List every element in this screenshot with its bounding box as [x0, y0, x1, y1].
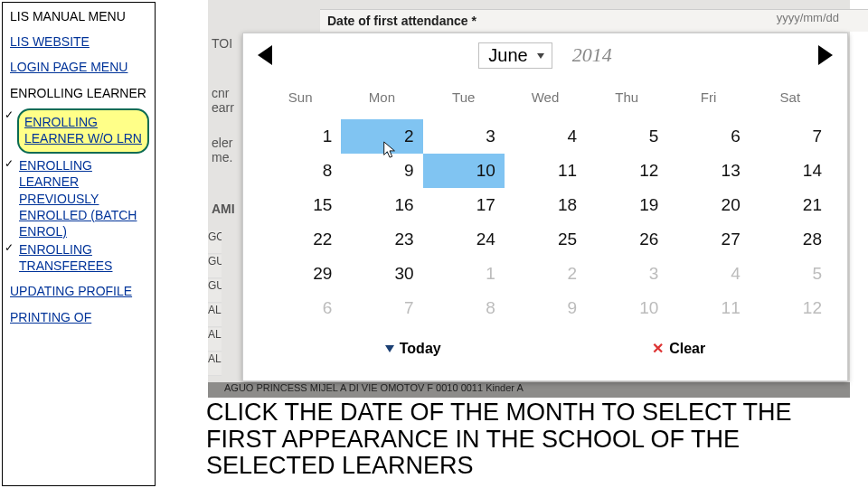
calendar-day[interactable]: 4 — [505, 119, 586, 154]
calendar-day[interactable]: 14 — [750, 154, 831, 188]
calendar-day[interactable]: 26 — [586, 222, 667, 257]
clear-x-icon: ✕ — [652, 340, 664, 357]
prev-month-arrow-icon[interactable] — [258, 45, 272, 65]
calendar-day[interactable]: 11 — [505, 154, 586, 188]
calendar-day[interactable]: 5 — [750, 257, 831, 291]
main-content: Date of first attendance * yyyy/mm/dd TO… — [163, 0, 868, 488]
calendar-footer: Today ✕ Clear — [243, 333, 847, 366]
calendar-day[interactable]: 25 — [505, 222, 586, 257]
calendar-day[interactable]: 18 — [505, 188, 586, 222]
bg-row: ALU — [208, 352, 222, 376]
calendar-day[interactable]: 29 — [259, 257, 341, 291]
login-page-menu-link[interactable]: LOGIN PAGE MENU — [10, 60, 127, 74]
calendar-dow: Mon — [341, 84, 422, 112]
calendar-dow: Fri — [667, 84, 749, 112]
calendar-header: June 2014 — [243, 33, 847, 77]
bg-fragment: earr — [212, 100, 234, 115]
bg-fragment: TOI — [212, 36, 232, 51]
calendar-day[interactable]: 6 — [667, 119, 749, 154]
clear-label: Clear — [669, 341, 705, 357]
bg-highlighted-row: AGUO PRINCESS MIJEL A DI VIE OMOTOV F 00… — [208, 382, 850, 398]
calendar-day[interactable]: 19 — [586, 188, 667, 222]
date-picker-popup: June 2014 SunMonTueWedThuFriSat 12345678… — [242, 33, 848, 381]
year-label[interactable]: 2014 — [572, 43, 612, 67]
calendar-day[interactable]: 15 — [259, 188, 341, 222]
calendar-dow: Sun — [259, 84, 341, 112]
enrolling-options-list: ENROLLING LEARNER W/O LRN ENROLLING LEAR… — [3, 108, 147, 275]
calendar-day[interactable]: 23 — [341, 222, 422, 257]
instruction-text: CLICK THE DATE OF THE MONTH TO SELECT TH… — [206, 399, 857, 480]
calendar-day[interactable]: 12 — [586, 154, 667, 188]
calendar-day[interactable]: 3 — [423, 119, 505, 154]
calendar-day[interactable]: 2 — [341, 119, 422, 154]
calendar-day[interactable]: 10 — [586, 291, 667, 325]
calendar-day[interactable]: 7 — [341, 291, 422, 325]
calendar-day[interactable]: 22 — [259, 222, 341, 257]
calendar-day[interactable]: 20 — [667, 188, 749, 222]
bg-row: ALU — [208, 304, 222, 327]
bg-fragment: AMI — [212, 202, 235, 216]
sidebar-title: LIS MANUAL MENU — [10, 8, 147, 24]
sidebar-menu: LIS MANUAL MENU LIS WEBSITE LOGIN PAGE M… — [2, 2, 156, 486]
enrolling-wo-lrn-link[interactable]: ENROLLING LEARNER W/O LRN — [24, 115, 142, 145]
calendar-day[interactable]: 24 — [423, 222, 505, 257]
calendar-day[interactable]: 6 — [259, 291, 341, 325]
bg-row: GUI — [208, 255, 222, 278]
clear-button[interactable]: ✕ Clear — [652, 340, 705, 357]
calendar-day[interactable]: 10 — [423, 154, 505, 188]
calendar-day[interactable]: 28 — [750, 222, 831, 257]
enrolling-previous-link[interactable]: ENROLLING LEARNER PREVIOUSLY ENROLLED (B… — [19, 158, 137, 239]
printing-link[interactable]: PRINTING OF — [10, 310, 91, 324]
calendar-day[interactable]: 1 — [423, 257, 505, 291]
lis-website-link[interactable]: LIS WEBSITE — [10, 34, 90, 49]
bg-fragment: me. — [212, 150, 232, 164]
calendar-day[interactable]: 13 — [667, 154, 749, 188]
calendar-day[interactable]: 21 — [750, 188, 831, 222]
calendar-day[interactable]: 7 — [750, 119, 831, 154]
date-placeholder: yyyy/mm/dd — [777, 11, 839, 24]
calendar-day[interactable]: 27 — [667, 222, 749, 257]
enrolling-learner-heading: ENROLLING LEARNER — [10, 85, 147, 101]
calendar-dow: Wed — [505, 84, 586, 112]
bg-row: ALU — [208, 328, 222, 352]
today-button[interactable]: Today — [385, 340, 441, 357]
bg-fragment: eler — [212, 136, 232, 150]
enrolling-transferees-link[interactable]: ENROLLING TRANSFEREES — [19, 242, 112, 273]
today-marker-icon — [385, 345, 394, 352]
calendar-day[interactable]: 11 — [667, 291, 749, 325]
calendar-day[interactable]: 3 — [586, 257, 667, 291]
calendar-days-grid: 1234567891011121314151617181920212223242… — [243, 119, 847, 333]
calendar-day[interactable]: 9 — [505, 291, 586, 325]
calendar-day[interactable]: 8 — [423, 291, 505, 325]
calendar-dow-row: SunMonTueWedThuFriSat — [243, 77, 847, 119]
calendar-dow: Tue — [423, 84, 505, 112]
calendar-day[interactable]: 9 — [341, 154, 422, 188]
calendar-day[interactable]: 12 — [750, 291, 831, 325]
updating-profile-link[interactable]: UPDATING PROFILE — [10, 284, 132, 298]
next-month-arrow-icon[interactable] — [818, 45, 833, 65]
bg-row: GON — [208, 230, 222, 254]
calendar-day[interactable]: 8 — [259, 154, 341, 188]
calendar-dow: Thu — [586, 84, 667, 112]
calendar-day[interactable]: 17 — [423, 188, 505, 222]
calendar-dow: Sat — [750, 84, 831, 112]
calendar-day[interactable]: 16 — [341, 188, 422, 222]
bg-row: GUI — [208, 279, 222, 303]
bg-fragment: cnr — [212, 86, 229, 100]
calendar-day[interactable]: 4 — [667, 257, 749, 291]
calendar-day[interactable]: 1 — [259, 119, 341, 154]
month-select[interactable]: June — [478, 42, 552, 69]
calendar-day[interactable]: 2 — [505, 257, 586, 291]
today-label: Today — [400, 341, 441, 357]
calendar-day[interactable]: 30 — [341, 257, 422, 291]
calendar-day[interactable]: 5 — [586, 119, 667, 154]
